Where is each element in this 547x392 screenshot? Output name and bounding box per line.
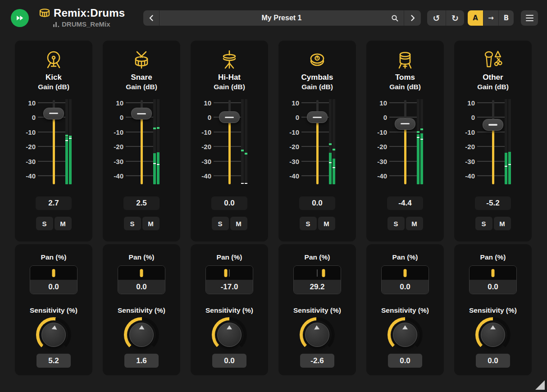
sensitivity-value[interactable]: 1.6 <box>124 354 159 368</box>
scale-tick-label: -40 <box>278 172 299 180</box>
resize-handle[interactable] <box>535 380 545 390</box>
logo-button[interactable] <box>11 9 29 27</box>
solo-button[interactable]: S <box>300 217 317 230</box>
meter-peak-hold <box>420 128 423 130</box>
ab-slot-a-button[interactable]: A <box>468 10 483 26</box>
pan-value[interactable]: 0.0 <box>118 280 165 294</box>
pan-slider[interactable] <box>30 266 77 280</box>
knob-pointer-wrap <box>40 321 67 348</box>
scale-tick-label: 0 <box>15 114 36 121</box>
percussion-icon <box>482 49 504 71</box>
knob-pointer <box>139 325 144 329</box>
redo-button[interactable]: ↻ <box>446 10 464 26</box>
pan-value[interactable]: 0.0 <box>382 280 428 294</box>
undo-button[interactable]: ↺ <box>427 10 446 26</box>
sensitivity-knob[interactable] <box>212 317 247 352</box>
pan-slider[interactable] <box>470 266 516 280</box>
gain-value[interactable]: -4.4 <box>387 196 423 210</box>
gain-fader[interactable]: 100-10-20-30-40 <box>191 98 268 187</box>
sensitivity-value[interactable]: 5.2 <box>36 354 71 368</box>
solo-button[interactable]: S <box>387 217 405 230</box>
pan-control: 0.0 <box>30 265 77 294</box>
pan-handle[interactable] <box>404 269 407 277</box>
gain-fader[interactable]: 100-10-20-30-40 <box>454 98 532 187</box>
pan-sensitivity-card: Pan (%) 0.0 Sensitivity (%) 1.6 <box>103 244 180 375</box>
pan-value[interactable]: 29.2 <box>294 280 341 294</box>
sensitivity-label: Sensitivity (%) <box>381 306 429 315</box>
mute-button[interactable]: M <box>494 217 511 230</box>
gain-value[interactable]: 2.5 <box>123 196 160 210</box>
sensitivity-value[interactable]: -2.6 <box>300 354 334 368</box>
mute-button[interactable]: M <box>406 217 423 230</box>
scale-tick-label: -40 <box>15 172 36 180</box>
solo-button[interactable]: S <box>36 217 53 230</box>
pan-handle[interactable] <box>322 269 325 277</box>
ab-copy-button[interactable]: → <box>483 10 498 26</box>
meter-average-line <box>508 164 511 165</box>
mute-button[interactable]: M <box>318 217 335 230</box>
gain-fader[interactable]: 100-10-20-30-40 <box>366 98 444 187</box>
scale-tick-line <box>38 102 65 103</box>
fader-thumb[interactable] <box>307 111 328 123</box>
gain-fader[interactable]: 100-10-20-30-40 <box>15 98 92 187</box>
mute-button[interactable]: M <box>55 217 72 230</box>
solo-button[interactable]: S <box>124 217 141 230</box>
gain-value[interactable]: 2.7 <box>36 196 72 210</box>
gain-fader[interactable]: 100-10-20-30-40 <box>278 98 356 187</box>
pan-slider[interactable] <box>294 266 341 280</box>
pan-handle[interactable] <box>492 269 495 277</box>
meter-peak-hold <box>329 143 332 145</box>
gain-value[interactable]: -5.2 <box>475 196 511 210</box>
gain-value[interactable]: 0.0 <box>299 196 335 210</box>
mute-button[interactable]: M <box>230 217 247 230</box>
ab-slot-b-button[interactable]: B <box>498 10 514 26</box>
mute-button[interactable]: M <box>142 217 160 230</box>
sensitivity-value[interactable]: 0.0 <box>388 354 422 368</box>
solo-button[interactable]: S <box>475 217 492 230</box>
fader-thumb[interactable] <box>395 118 415 130</box>
sensitivity-knob[interactable] <box>36 317 71 352</box>
pan-value[interactable]: -17.0 <box>206 280 253 294</box>
sensitivity-knob[interactable] <box>124 317 159 352</box>
level-meters <box>505 99 511 184</box>
gain-fader[interactable]: 100-10-20-30-40 <box>103 98 180 187</box>
scale-tick-line <box>38 161 65 162</box>
fader-thumb[interactable] <box>483 119 503 131</box>
meter-fill <box>417 134 419 184</box>
level-meter-left <box>153 99 156 184</box>
menu-button[interactable] <box>521 10 538 26</box>
fader-thumb[interactable] <box>131 108 152 119</box>
pan-handle[interactable] <box>224 269 227 277</box>
sensitivity-knob[interactable] <box>300 317 335 352</box>
preset-prev-button[interactable] <box>143 10 160 26</box>
pan-value[interactable]: 0.0 <box>30 280 77 294</box>
preset-name: My Preset 1 <box>262 14 302 22</box>
meter-fill <box>333 159 335 184</box>
pan-handle[interactable] <box>52 269 55 277</box>
fader-thumb[interactable] <box>219 111 240 123</box>
level-meters <box>241 99 247 184</box>
sensitivity-knob[interactable] <box>387 317 423 352</box>
preset-next-button[interactable] <box>404 10 421 26</box>
pan-handle[interactable] <box>140 269 143 277</box>
meter-fill <box>329 153 332 184</box>
preset-search-button[interactable] <box>387 10 403 26</box>
pan-slider[interactable] <box>206 266 253 280</box>
gain-card: Kick Gain (dB) 100-10-20-30-40 <box>15 41 92 242</box>
pan-value[interactable]: 0.0 <box>470 280 516 294</box>
fader-thumb[interactable] <box>43 108 64 119</box>
scale-tick-label: -30 <box>15 157 36 165</box>
sensitivity-value[interactable]: 0.0 <box>212 354 246 368</box>
preset-name-field[interactable]: My Preset 1 <box>160 10 404 26</box>
solo-button[interactable]: S <box>212 217 229 230</box>
gain-value[interactable]: 0.0 <box>211 196 247 210</box>
pan-control: 0.0 <box>469 265 517 294</box>
pan-slider[interactable] <box>382 266 428 280</box>
sensitivity-knob[interactable] <box>475 317 511 352</box>
sensitivity-label: Sensitivity (%) <box>118 306 165 315</box>
preset-bar: My Preset 1 <box>143 10 421 26</box>
pan-slider[interactable] <box>118 266 165 280</box>
sensitivity-value[interactable]: 0.0 <box>476 354 510 368</box>
gain-card: Cymbals Gain (dB) 100-10-20-30-40 <box>278 41 356 242</box>
solo-mute-group: S M <box>475 217 511 230</box>
